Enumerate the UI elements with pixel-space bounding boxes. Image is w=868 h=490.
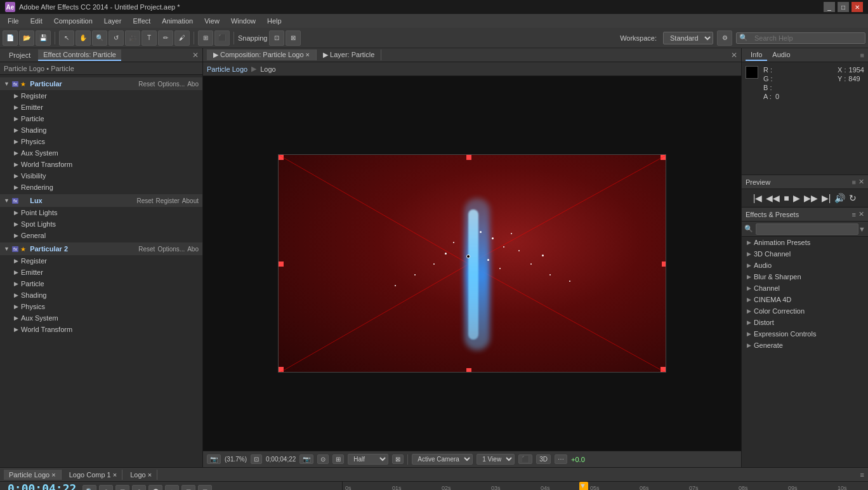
text-tool[interactable]: T <box>141 30 157 46</box>
prop-register[interactable]: ▶Register <box>10 90 202 102</box>
prop-emitter[interactable]: ▶Emitter <box>10 102 202 113</box>
info-panel-menu[interactable]: ≡ <box>860 51 864 59</box>
last-frame-button[interactable]: ▶| <box>822 193 831 203</box>
prop-general[interactable]: ▶General <box>10 230 202 241</box>
prop2-shading[interactable]: ▶Shading <box>10 289 202 301</box>
effects-blur-sharpen[interactable]: ▶ Blur & Sharpen <box>742 271 868 282</box>
playhead-marker[interactable]: ▼ <box>579 482 588 490</box>
camera-icon[interactable]: 📷 <box>207 454 221 464</box>
open-button[interactable]: 📂 <box>19 30 34 46</box>
menu-layer[interactable]: Layer <box>99 16 127 26</box>
more-btn[interactable]: ⋯ <box>555 454 567 464</box>
menu-view[interactable]: View <box>199 16 225 26</box>
workspace-selector[interactable]: Standard <box>663 32 713 44</box>
tl-btn-7[interactable]: ⊠ <box>198 485 212 491</box>
comp-tab[interactable]: ▶ Composition: Particle Logo × <box>207 50 317 60</box>
particular2-reset[interactable]: Reset <box>138 246 155 253</box>
lux-about[interactable]: About <box>182 197 199 204</box>
timecode[interactable]: 0;00;04;22 <box>4 480 80 490</box>
align-btn[interactable]: ⊞ <box>198 30 213 46</box>
effects-close[interactable]: ✕ <box>858 210 864 218</box>
prop-spot-lights[interactable]: ▶Spot Lights <box>10 218 202 230</box>
effect-particular-header[interactable]: ▼ fx ★ Particular Reset Options... Abo <box>0 77 202 90</box>
render-btn[interactable]: ⬛ <box>518 454 532 464</box>
rotate-tool[interactable]: ↺ <box>109 30 124 46</box>
particular-reset[interactable]: Reset <box>138 81 155 88</box>
prop-shading[interactable]: ▶Shading <box>10 124 202 136</box>
paint-tool[interactable]: 🖌 <box>174 30 190 46</box>
effects-search-input[interactable] <box>756 223 858 235</box>
select-tool[interactable]: ↖ <box>59 30 74 46</box>
prop-physics[interactable]: ▶Physics <box>10 136 202 147</box>
toggle-btn[interactable]: ⊠ <box>392 454 404 464</box>
effects-dropdown-icon[interactable]: ▼ <box>858 225 865 233</box>
hand-tool[interactable]: ✋ <box>76 30 91 46</box>
tl-btn-4[interactable]: ⬤ <box>148 485 162 491</box>
minimize-button[interactable]: _ <box>824 2 835 12</box>
pen-tool[interactable]: ✏ <box>158 30 173 46</box>
tab-project[interactable]: Project <box>4 50 36 60</box>
prop-point-lights[interactable]: ▶Point Lights <box>10 207 202 218</box>
next-frame-button[interactable]: ▶▶ <box>804 193 818 203</box>
effects-audio[interactable]: ▶ Audio <box>742 260 868 271</box>
prop-aux-system[interactable]: ▶Aux System <box>10 147 202 159</box>
workspace-settings[interactable]: ⚙ <box>717 30 732 46</box>
lux-reset[interactable]: Reset <box>136 197 153 204</box>
frame-btn[interactable]: ⊠ <box>286 30 301 46</box>
effects-expression-controls[interactable]: ▶ Expression Controls <box>742 328 868 340</box>
stop-button[interactable]: ■ <box>784 193 789 203</box>
prev-frame-button[interactable]: ◀◀ <box>766 193 780 203</box>
effects-panel-menu[interactable]: ≡ <box>852 211 856 218</box>
view-selector[interactable]: 1 View <box>477 454 515 465</box>
tl-tab-logo-comp[interactable]: Logo Comp 1 × <box>64 470 123 480</box>
effects-color-correction[interactable]: ▶ Color Correction <box>742 305 868 317</box>
preview-close[interactable]: ✕ <box>858 178 864 186</box>
effects-channel[interactable]: ▶ Channel <box>742 282 868 294</box>
zoom-tool[interactable]: 🔍 <box>92 30 107 46</box>
timeline-panel-menu[interactable]: ≡ <box>860 471 864 479</box>
effects-generate[interactable]: ▶ Generate <box>742 340 868 351</box>
prop2-physics[interactable]: ▶Physics <box>10 301 202 312</box>
menu-animation[interactable]: Animation <box>157 16 198 26</box>
snapshot-btn[interactable]: 📷 <box>299 454 313 464</box>
tab-effect-controls[interactable]: Effect Controls: Particle <box>38 50 121 61</box>
menu-composition[interactable]: Composition <box>49 16 98 26</box>
play-button[interactable]: ▶ <box>793 193 800 203</box>
effect-lux-header[interactable]: ▼ fx ★ Lux Reset Register About <box>0 194 202 207</box>
effects-distort[interactable]: ▶ Distort <box>742 317 868 328</box>
tl-tab-particle-logo[interactable]: Particle Logo × <box>4 470 62 480</box>
prop2-emitter[interactable]: ▶Emitter <box>10 267 202 278</box>
effect-particular-2-header[interactable]: ▼ fx ★ Particular 2 Reset Options... Abo <box>0 242 202 255</box>
prop2-world-transform[interactable]: ▶World Transform <box>10 324 202 335</box>
breadcrumb-particle-logo[interactable]: Particle Logo <box>207 65 247 73</box>
tl-btn-2[interactable]: ⊞ <box>115 485 129 491</box>
viewer-close[interactable]: ✕ <box>731 51 737 60</box>
tl-search[interactable]: 🔍 <box>82 485 96 491</box>
prop-particle[interactable]: ▶Particle <box>10 113 202 124</box>
prop2-aux-system[interactable]: ▶Aux System <box>10 312 202 324</box>
tl-btn-5[interactable]: △ <box>165 485 179 491</box>
breadcrumb-logo[interactable]: Logo <box>260 65 275 73</box>
particular2-about[interactable]: Abo <box>187 246 199 253</box>
3d-btn[interactable]: 3D <box>536 454 551 464</box>
prop2-particle[interactable]: ▶Particle <box>10 278 202 289</box>
panel-close-button[interactable]: ✕ <box>192 51 199 60</box>
preview-panel-menu[interactable]: ≡ <box>852 178 856 186</box>
tab-info[interactable]: Info <box>746 50 767 61</box>
audio-button[interactable]: 🔊 <box>834 193 845 203</box>
tl-btn-6[interactable]: ⊡ <box>181 485 195 491</box>
menu-help[interactable]: Help <box>262 16 287 26</box>
loop-button[interactable]: ↻ <box>849 193 857 203</box>
alpha-btn[interactable]: ⊙ <box>317 454 329 464</box>
search-input[interactable] <box>751 33 865 43</box>
menu-file[interactable]: File <box>3 16 24 26</box>
active-camera-selector[interactable]: Active Camera <box>412 454 473 465</box>
quality-selector[interactable]: HalfFullQuarter <box>348 454 388 465</box>
new-project-button[interactable]: 📄 <box>3 30 18 46</box>
maximize-button[interactable]: □ <box>838 2 849 12</box>
cam-tool[interactable]: 🎥 <box>125 30 140 46</box>
shape-tool[interactable]: ⬛ <box>214 30 230 46</box>
prop-world-transform[interactable]: ▶World Transform <box>10 159 202 170</box>
prop-visibility[interactable]: ▶Visibility <box>10 170 202 182</box>
effects-cinema4d[interactable]: ▶ CINEMA 4D <box>742 294 868 305</box>
